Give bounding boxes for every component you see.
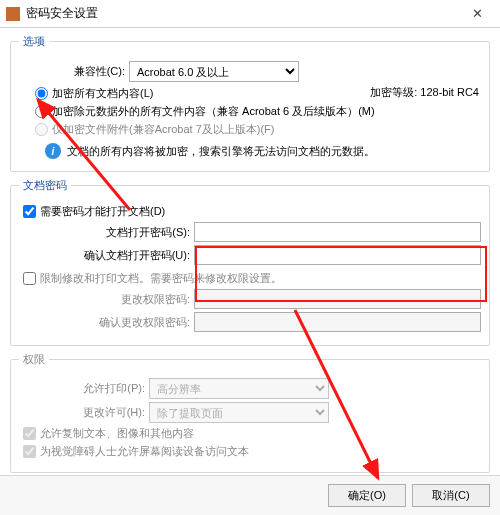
check-allow-copy-input: [23, 427, 36, 440]
info-text: 文档的所有内容将被加密，搜索引擎将无法访问文档的元数据。: [67, 144, 375, 159]
docpass-legend: 文档密码: [19, 178, 71, 193]
open-pw-label: 文档打开密码(S):: [19, 225, 194, 240]
check-allow-access-input: [23, 445, 36, 458]
options-group: 选项 兼容性(C): Acrobat 6.0 及以上 加密等级: 128-bit…: [10, 34, 490, 172]
confirm-open-pw-label: 确认文档打开密码(U):: [19, 248, 194, 263]
change-pw-input: [194, 289, 481, 309]
change-allowed-label: 更改许可(H):: [19, 405, 149, 420]
check-allow-access: 为视觉障碍人士允许屏幕阅读设备访问文本: [23, 444, 481, 459]
radio-encrypt-attach-input: [35, 123, 48, 136]
check-require-open-pw[interactable]: 需要密码才能打开文档(D): [23, 204, 481, 219]
check-restrict[interactable]: 限制修改和打印文档。需要密码来修改权限设置。: [23, 271, 481, 286]
close-button[interactable]: ✕: [460, 3, 494, 25]
confirm-change-pw-input: [194, 312, 481, 332]
options-legend: 选项: [19, 34, 49, 49]
compat-select[interactable]: Acrobat 6.0 及以上: [129, 61, 299, 82]
radio-encrypt-except[interactable]: 加密除元数据外的所有文件内容（兼容 Acrobat 6 及后续版本）(M): [35, 104, 481, 119]
radio-encrypt-except-input[interactable]: [35, 105, 48, 118]
print-select: 高分辨率: [149, 378, 329, 399]
permissions-legend: 权限: [19, 352, 49, 367]
ok-button[interactable]: 确定(O): [328, 484, 406, 507]
print-label: 允许打印(P):: [19, 381, 149, 396]
open-pw-input[interactable]: [194, 222, 481, 242]
encryption-level: 加密等级: 128-bit RC4: [370, 85, 479, 100]
check-restrict-input[interactable]: [23, 272, 36, 285]
titlebar: 密码安全设置 ✕: [0, 0, 500, 28]
confirm-change-pw-label: 确认更改权限密码:: [19, 315, 194, 330]
change-allowed-select: 除了提取页面: [149, 402, 329, 423]
radio-encrypt-all-input[interactable]: [35, 87, 48, 100]
confirm-open-pw-input[interactable]: [194, 245, 481, 265]
dialog-footer: 确定(O) 取消(C): [0, 475, 500, 515]
cancel-button[interactable]: 取消(C): [412, 484, 490, 507]
check-require-open-pw-input[interactable]: [23, 205, 36, 218]
permissions-group: 权限 允许打印(P): 高分辨率 更改许可(H): 除了提取页面 允许复制文本、…: [10, 352, 490, 473]
compat-label: 兼容性(C):: [69, 64, 129, 79]
info-icon: i: [45, 143, 61, 159]
info-row: i 文档的所有内容将被加密，搜索引擎将无法访问文档的元数据。: [45, 143, 481, 159]
docpass-group: 文档密码 需要密码才能打开文档(D) 文档打开密码(S): 确认文档打开密码(U…: [10, 178, 490, 346]
window-title: 密码安全设置: [26, 5, 460, 22]
app-icon: [6, 7, 20, 21]
check-allow-copy: 允许复制文本、图像和其他内容: [23, 426, 481, 441]
change-pw-label: 更改权限密码:: [19, 292, 194, 307]
radio-encrypt-attach: 仅加密文件附件(兼容Acrobat 7及以上版本)(F): [35, 122, 481, 137]
dialog-content: 选项 兼容性(C): Acrobat 6.0 及以上 加密等级: 128-bit…: [0, 28, 500, 515]
